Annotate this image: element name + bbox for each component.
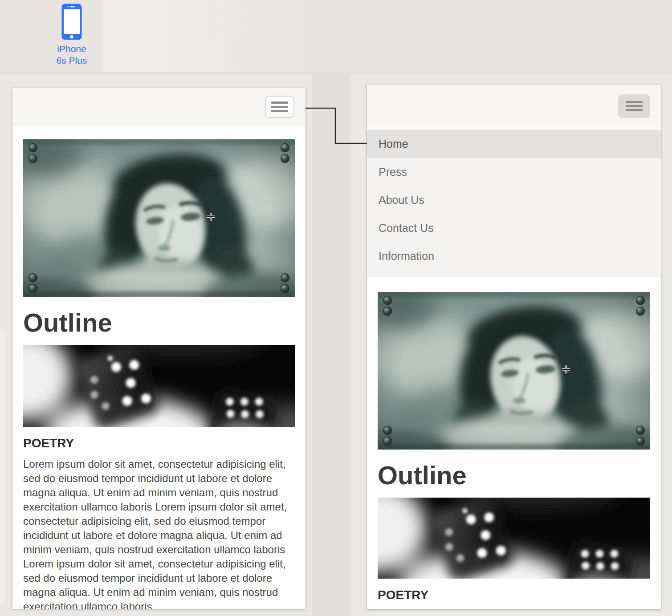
device-label-line2: 6s Plus	[43, 55, 101, 66]
menu-item-information[interactable]: Information	[367, 242, 661, 270]
artboard-menu-open[interactable]: Home Press About Us Contact Us Informati…	[367, 85, 661, 609]
menu-top-gap	[367, 124, 661, 130]
device-preset-iphone-6s-plus[interactable]: iPhone 6s Plus	[43, 4, 101, 66]
page-title: Outline	[23, 308, 295, 337]
section-title: POETRY	[378, 588, 650, 602]
article-photo-dice	[378, 498, 650, 579]
connector-line	[301, 108, 367, 143]
mobile-header	[12, 88, 305, 126]
hamburger-menu-button[interactable]	[618, 94, 650, 118]
device-label: iPhone 6s Plus	[43, 43, 101, 66]
hamburger-menu-icon	[626, 99, 643, 113]
mobile-header	[367, 85, 661, 124]
hamburger-menu-icon	[271, 100, 288, 114]
offscreen-artboard-edge	[0, 328, 4, 604]
device-label-line1: iPhone	[43, 43, 101, 55]
hero-photo-sleeping-woman	[23, 139, 295, 297]
device-toolbar: iPhone 6s Plus	[0, 0, 672, 72]
page-content: Outline POETRY	[367, 292, 661, 602]
page-title: Outline	[378, 461, 650, 490]
body-text: Lorem ipsum dolor sit amet, consectetur …	[23, 457, 295, 609]
artboard-home[interactable]: Outline POETRY Lorem ipsum dolor sit ame…	[12, 88, 305, 609]
article-photo-dice	[23, 345, 295, 427]
menu-item-press[interactable]: Press	[367, 158, 661, 186]
page-content: Outline POETRY Lorem ipsum dolor sit ame…	[12, 139, 305, 609]
section-title: POETRY	[23, 436, 295, 450]
prototype-canvas: iPhone 6s Plus Outline	[0, 0, 672, 616]
mobile-nav-menu: Home Press About Us Contact Us Informati…	[367, 124, 661, 277]
menu-item-about-us[interactable]: About Us	[367, 186, 661, 214]
hamburger-menu-button[interactable]	[265, 96, 294, 118]
hero-photo-sleeping-woman	[378, 292, 650, 450]
menu-item-home[interactable]: Home	[367, 130, 661, 158]
menu-item-contact-us[interactable]: Contact Us	[367, 214, 661, 242]
iphone-device-icon	[61, 4, 82, 40]
